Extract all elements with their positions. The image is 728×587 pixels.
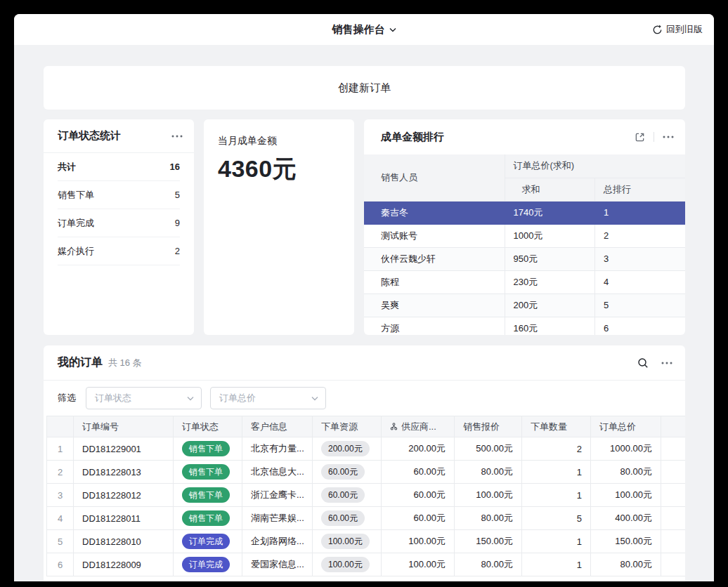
- status-panel-more-icon[interactable]: [171, 135, 183, 138]
- col-supplier: 供应商...: [382, 416, 455, 437]
- ranking-row[interactable]: 测试账号 1000元 2: [364, 224, 685, 247]
- supplier-cell: 60.00元: [382, 461, 455, 484]
- order-status-panel-header: 订单状态统计: [44, 119, 194, 153]
- order-row[interactable]: 3 DD181228012 销售下单 浙江金鹰卡... 60.00元 60.00…: [47, 484, 686, 507]
- app-title-dropdown[interactable]: 销售操作台: [332, 23, 396, 37]
- status-badge: 订单完成: [182, 534, 230, 549]
- chevron-down-icon: [389, 27, 396, 32]
- ranking-person-name: 秦吉冬: [364, 201, 505, 224]
- supplier-cell: 100.00元: [382, 553, 455, 576]
- status-row[interactable]: 共计 16: [58, 153, 180, 181]
- ranking-row[interactable]: 陈程 230元 4: [364, 270, 685, 294]
- sales-quote-cell: 80.00元: [455, 553, 522, 576]
- back-to-old-version-label: 回到旧版: [666, 23, 703, 36]
- order-status-cell: 销售下单: [174, 484, 242, 507]
- order-row[interactable]: 5 DD181228010 订单完成 企划路网络... 100.00元 100.…: [47, 530, 686, 553]
- order-row-number: 3: [47, 484, 74, 507]
- ranking-export-icon[interactable]: [635, 132, 645, 143]
- customer-info-cell: 企划路网络...: [242, 530, 313, 553]
- status-row-label: 媒介执行: [58, 245, 94, 258]
- resource-pill: 60.00元: [321, 464, 365, 480]
- supplier-cell: 100.00元: [382, 530, 455, 553]
- order-total-cell: 400.00元: [591, 507, 661, 530]
- orders-table: 订单编号 订单状态 客户信息 下单资源 供应商...: [46, 416, 685, 576]
- ranking-rank-value: 2: [595, 224, 686, 247]
- filler-cell: [661, 507, 686, 530]
- status-row[interactable]: 订单完成 9: [58, 209, 180, 237]
- order-status-cell: 订单完成: [174, 530, 242, 553]
- status-row-label: 订单完成: [58, 217, 94, 230]
- filler-cell: [661, 484, 686, 507]
- ranking-rank-value: 3: [595, 247, 686, 270]
- order-row[interactable]: 1 DD181229001 销售下单 北京有力量... 200.00元 200.…: [47, 437, 686, 461]
- resource-pill: 60.00元: [321, 510, 365, 526]
- ranking-person-name: 伙伴云魏少轩: [364, 247, 505, 270]
- orders-more-icon[interactable]: [661, 362, 672, 364]
- status-badge: 销售下单: [182, 441, 230, 456]
- ranking-row[interactable]: 秦吉冬 1740元 1: [364, 201, 685, 224]
- status-row-value: 16: [170, 161, 180, 172]
- col-supplier-label: 供应商...: [401, 421, 436, 433]
- order-total-cell: 80.00元: [591, 461, 661, 484]
- resource-pill: 100.00元: [321, 557, 370, 572]
- order-quantity-cell: 1: [522, 553, 591, 576]
- customer-info-cell: 浙江金鹰卡...: [242, 484, 313, 507]
- ranking-sum-value: 160元: [505, 317, 595, 335]
- relation-icon: [390, 423, 398, 430]
- status-row[interactable]: 媒介执行 2: [58, 237, 180, 265]
- ranking-rank-value: 6: [595, 317, 686, 335]
- search-icon[interactable]: [637, 357, 649, 369]
- my-orders-count: 共 16 条: [108, 357, 142, 369]
- ranking-panel-header: 成单金额排行: [364, 119, 685, 154]
- chevron-down-icon: [187, 396, 194, 401]
- order-row[interactable]: 2 DD181228013 销售下单 北京信息大... 60.00元 60.00…: [47, 461, 686, 484]
- ranking-row[interactable]: 吴爽 200元 5: [364, 294, 685, 317]
- supplier-cell: 60.00元: [382, 484, 455, 507]
- order-total-cell: 100.00元: [591, 484, 661, 507]
- sales-quote-cell: 500.00元: [455, 437, 522, 461]
- ranking-col-group: 订单总价(求和): [505, 154, 685, 178]
- orders-table-header: 订单编号 订单状态 客户信息 下单资源 供应商...: [47, 416, 686, 437]
- order-resource-cell: 60.00元: [313, 484, 382, 507]
- ranking-person-name: 陈程: [364, 270, 505, 294]
- order-quantity-cell: 5: [522, 507, 591, 530]
- ranking-rank-value: 5: [595, 294, 686, 317]
- order-resource-cell: 100.00元: [313, 553, 382, 576]
- chevron-down-icon: [311, 396, 318, 401]
- sales-quote-cell: 80.00元: [455, 461, 522, 484]
- filler-cell: [661, 553, 686, 576]
- sales-quote-cell: 80.00元: [455, 507, 522, 530]
- ranking-sum-value: 230元: [505, 270, 595, 294]
- ranking-more-icon[interactable]: [663, 136, 674, 138]
- my-orders-header: 我的订单 共 16 条: [44, 345, 685, 381]
- create-order-button[interactable]: 创建新订单: [44, 66, 685, 110]
- order-id-cell: DD181228011: [74, 507, 174, 530]
- back-arrow-icon: [652, 25, 663, 35]
- col-row-number: [47, 416, 74, 437]
- order-quantity-cell: 1: [522, 461, 591, 484]
- supplier-cell: 60.00元: [382, 507, 455, 530]
- status-row-value: 9: [175, 218, 180, 228]
- ranking-header-icons: [635, 132, 674, 143]
- order-row-number: 5: [47, 530, 74, 553]
- order-id-cell: DD181228013: [74, 461, 174, 484]
- order-status-cell: 销售下单: [174, 507, 242, 530]
- topbar: 销售操作台 回到旧版: [14, 14, 714, 45]
- order-status-filter-select[interactable]: 订单状态: [86, 387, 202, 409]
- back-to-old-version-link[interactable]: 回到旧版: [652, 14, 703, 45]
- order-total-filter-select[interactable]: 订单总价: [210, 387, 326, 409]
- ranking-row[interactable]: 方源 160元 6: [364, 317, 685, 335]
- order-row[interactable]: 6 DD181228009 订单完成 爱国家信息... 100.00元 100.…: [47, 553, 686, 576]
- col-order-quantity: 下单数量: [522, 416, 591, 437]
- ranking-row[interactable]: 伙伴云魏少轩 950元 3: [364, 247, 685, 270]
- ranking-sum-value: 1000元: [505, 224, 595, 247]
- app-title: 销售操作台: [332, 23, 385, 37]
- orders-table-body: 1 DD181229001 销售下单 北京有力量... 200.00元 200.…: [47, 437, 686, 576]
- status-row[interactable]: 销售下单 5: [58, 181, 180, 209]
- order-row[interactable]: 4 DD181228011 销售下单 湖南芒果娱... 60.00元 60.00…: [47, 507, 686, 530]
- resource-pill: 100.00元: [321, 534, 370, 549]
- order-id-cell: DD181229001: [74, 437, 174, 461]
- order-total-cell: 80.00元: [591, 553, 661, 576]
- status-badge: 销售下单: [182, 464, 230, 480]
- order-id-cell: DD181228010: [74, 530, 174, 553]
